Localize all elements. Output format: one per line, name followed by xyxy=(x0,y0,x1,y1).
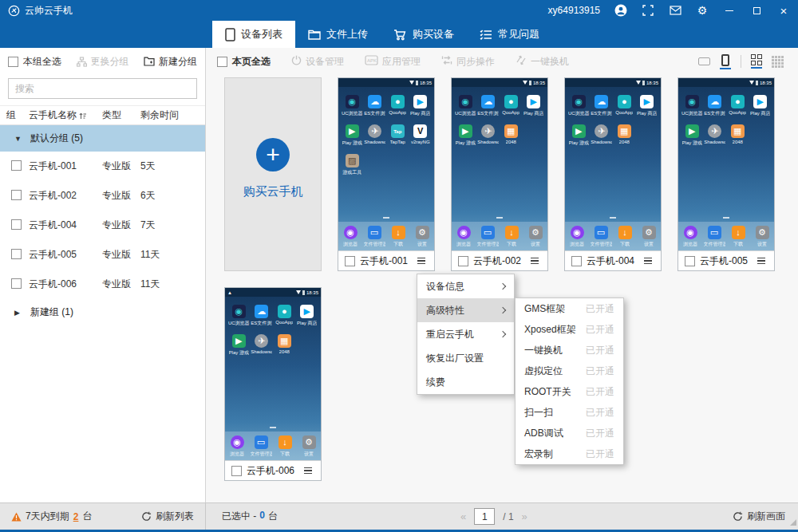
device-checkbox[interactable] xyxy=(11,160,22,171)
refresh-screen-button[interactable]: 刷新画面 xyxy=(733,510,785,523)
gear-icon[interactable]: ⚙ xyxy=(696,4,709,17)
phone-screen[interactable]: 18:35◉UC浏览器☁ES文件浏览器●QooApp▶Play 商店▶Play … xyxy=(338,78,434,250)
device-row[interactable]: 云手机-006专业版11天 xyxy=(0,270,205,299)
new-group-button[interactable]: 新建分组 xyxy=(144,55,197,69)
device-checkbox[interactable] xyxy=(11,219,22,230)
mail-icon[interactable] xyxy=(669,4,681,17)
expiring-devices-notice[interactable]: 7天内到期 2 台 xyxy=(11,510,92,523)
context-menu-item[interactable]: 高级特性 xyxy=(417,298,514,322)
context-menu-item[interactable]: 重启云手机 xyxy=(417,322,514,346)
phone-statusbar: 18:35 xyxy=(565,78,661,87)
context-menu-item[interactable]: 续费 xyxy=(417,370,514,394)
device-menu-button[interactable] xyxy=(528,255,541,267)
device-card-checkbox[interactable] xyxy=(458,256,468,266)
submenu-item[interactable]: 虚拟定位已开通 xyxy=(516,361,623,381)
toolbar-button-sync[interactable]: 同步操作 xyxy=(441,55,495,69)
tab-label: 文件上传 xyxy=(326,27,368,41)
phone-screen[interactable]: 18:35◉UC浏览器☁ES文件浏览器●QooApp▶Play 商店▶Play … xyxy=(565,78,661,250)
avatar-icon[interactable] xyxy=(614,4,627,17)
device-card-checkbox[interactable] xyxy=(685,256,695,266)
tab-file-upload[interactable]: 文件上传 xyxy=(295,21,381,48)
phone-app-icon: ☁ xyxy=(481,95,495,108)
phone-app-icon: ◉ xyxy=(346,95,359,108)
dock-app: ⚙设置 xyxy=(750,226,774,248)
device-checkbox[interactable] xyxy=(11,278,22,289)
view-grid-small-button[interactable] xyxy=(751,54,762,69)
tab-device-list[interactable]: 设备列表 xyxy=(212,21,295,48)
phone-app: ▨游戏工具 xyxy=(341,154,364,176)
phone-screen[interactable]: 18:35◉UC浏览器☁ES文件浏览器●QooApp▶Play 商店▶Play … xyxy=(452,78,547,250)
submenu-item[interactable]: 宏录制已开通 xyxy=(516,443,623,464)
refresh-list-button[interactable]: 刷新列表 xyxy=(141,510,194,523)
device-remaining: 6天 xyxy=(140,189,205,203)
device-menu-button[interactable] xyxy=(642,255,654,267)
submenu-item[interactable]: ROOT开关已开通 xyxy=(516,381,623,402)
view-landscape-button[interactable] xyxy=(698,57,710,65)
phone-app: ▶Play 商店 xyxy=(636,95,659,117)
device-menu-button[interactable] xyxy=(415,255,428,267)
context-menu-item[interactable]: 设备信息 xyxy=(417,274,514,298)
submenu-item[interactable]: ADB调试已开通 xyxy=(516,423,623,443)
group-expand-icon[interactable]: ▼ xyxy=(14,135,22,143)
group-expand-icon[interactable]: ▶ xyxy=(14,309,22,317)
close-button[interactable]: × xyxy=(777,4,790,17)
battery-icon xyxy=(642,81,645,85)
app-label: 文件管理器 xyxy=(251,451,272,458)
select-page-all[interactable]: 本页全选 xyxy=(217,55,271,69)
page-number-input[interactable] xyxy=(474,508,495,525)
toolbar-button-power[interactable]: 设备管理 xyxy=(291,55,344,69)
dock-app: ⚙设置 xyxy=(410,226,434,248)
phone-app-icon: ● xyxy=(391,95,405,108)
next-page-button[interactable]: » xyxy=(522,510,527,522)
submenu-item[interactable]: 一键换机已开通 xyxy=(516,340,623,361)
search-input[interactable] xyxy=(8,78,197,99)
select-group-all[interactable]: 本组全选 xyxy=(8,55,61,69)
phone-app: ◉UC浏览器 xyxy=(341,95,364,117)
device-type: 专业版 xyxy=(102,219,140,232)
device-row[interactable]: 云手机-002专业版6天 xyxy=(0,181,205,211)
submenu-item[interactable]: Xposed框架已开通 xyxy=(516,319,623,340)
device-card-checkbox[interactable] xyxy=(345,256,355,266)
phone-screen[interactable]: 18:35◉UC浏览器☁ES文件浏览器●QooApp▶Play 商店▶Play … xyxy=(678,78,774,250)
device-menu-button[interactable] xyxy=(755,255,768,267)
device-checkbox[interactable] xyxy=(11,190,22,200)
app-label: Play 游戏 xyxy=(342,140,362,147)
group-row[interactable]: ▶新建组 (1) xyxy=(0,299,205,325)
battery-icon xyxy=(416,81,418,85)
toolbar-button-swap[interactable]: 一键换机 xyxy=(516,55,569,69)
prev-page-button[interactable]: « xyxy=(460,510,466,522)
sort-icon[interactable] xyxy=(79,112,86,120)
group-row[interactable]: ▼默认分组 (5) xyxy=(0,125,205,152)
submenu-item[interactable]: 扫一扫已开通 xyxy=(516,402,623,423)
phone-screen[interactable]: ▲18:35◉UC浏览器☁ES文件浏览器●QooApp▶Play 商店▶Play… xyxy=(225,288,321,460)
tab-faq[interactable]: 常见问题 xyxy=(467,21,552,48)
minimize-button[interactable] xyxy=(723,4,736,17)
dock-app: ↓下载 xyxy=(386,226,410,248)
phone-statusbar: 18:35 xyxy=(452,78,547,87)
select-group-all-checkbox[interactable] xyxy=(8,57,18,67)
view-grid-large-button[interactable] xyxy=(772,56,784,68)
change-group-button[interactable]: 更换分组 xyxy=(77,55,129,69)
toolbar-button-apk[interactable]: APK应用管理 xyxy=(365,55,421,69)
view-portrait-button[interactable] xyxy=(720,54,731,69)
device-row[interactable]: 云手机-001专业版5天 xyxy=(0,152,205,181)
expiring-unit: 台 xyxy=(82,510,92,523)
resize-grip[interactable] xyxy=(790,519,796,526)
device-card-checkbox[interactable] xyxy=(231,466,242,476)
tab-buy-device[interactable]: 购买设备 xyxy=(381,21,467,48)
screenshot-icon[interactable] xyxy=(642,4,654,17)
phone-dock: ◉浏览器▭文件管理器↓下载⚙设置 xyxy=(225,432,321,460)
phone-dock: ◉浏览器▭文件管理器↓下载⚙设置 xyxy=(565,222,661,250)
buy-phone-card[interactable]: + 购买云手机 xyxy=(224,77,322,271)
device-card-checkbox[interactable] xyxy=(571,256,582,266)
maximize-button[interactable] xyxy=(750,4,763,17)
app-label: 设置 xyxy=(304,451,314,458)
device-row[interactable]: 云手机-005专业版11天 xyxy=(0,240,205,270)
select-page-all-checkbox[interactable] xyxy=(217,57,227,67)
device-row[interactable]: 云手机-004专业版7天 xyxy=(0,211,205,240)
device-checkbox[interactable] xyxy=(11,249,22,259)
device-menu-button[interactable] xyxy=(302,465,314,477)
app-label: 文件管理器 xyxy=(477,241,499,248)
context-menu-item[interactable]: 恢复出厂设置 xyxy=(417,346,514,370)
submenu-item[interactable]: GMS框架已开通 xyxy=(516,298,623,319)
